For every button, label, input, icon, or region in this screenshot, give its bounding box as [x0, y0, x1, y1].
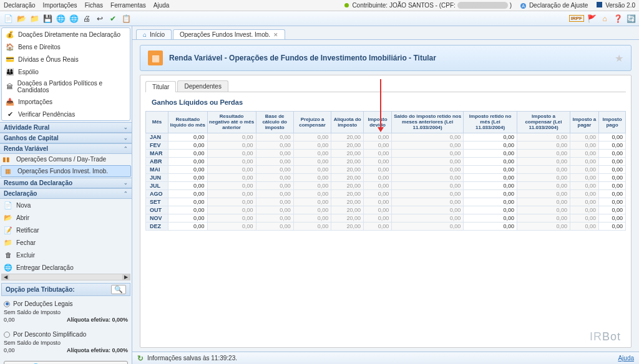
toolbar-flag-icon[interactable]: 🚩 — [586, 13, 597, 24]
favorite-icon[interactable]: ★ — [615, 52, 623, 64]
toolbar-save-icon[interactable]: 💾 — [42, 13, 53, 24]
info-icon: A — [520, 3, 526, 9]
cell-resultado[interactable]: 0,00 — [168, 198, 208, 206]
cell-pago[interactable]: 0,00 — [598, 157, 625, 165]
cell-resultado[interactable]: 0,00 — [168, 181, 208, 189]
menu-importacoes[interactable]: Importações — [43, 2, 77, 9]
cell-resultado[interactable]: 0,00 — [168, 173, 208, 181]
cell-resultado[interactable]: 0,00 — [168, 165, 208, 173]
cell-retido[interactable]: 0,00 — [464, 173, 517, 181]
table-row: JAN0,000,000,000,0020,000,000,000,000,00… — [146, 133, 626, 141]
cell-pago[interactable]: 0,00 — [598, 206, 625, 214]
cell-pago[interactable]: 0,00 — [598, 141, 625, 149]
toolbar-check-icon[interactable]: ✔ — [107, 13, 119, 24]
cell-retido[interactable]: 0,00 — [464, 189, 517, 198]
decl-icon: 📂 — [4, 213, 12, 222]
cell-resultado[interactable]: 0,00 — [168, 149, 208, 157]
scroll-right-icon[interactable]: ▶ — [122, 274, 130, 280]
cell-retido[interactable]: 0,00 — [464, 141, 517, 149]
cell-month: JAN — [146, 133, 168, 141]
menu-declaracao[interactable]: Declaração — [4, 2, 36, 9]
section-resumo[interactable]: Resumo da Declaração⌄ — [0, 178, 132, 188]
close-icon[interactable]: ✕ — [273, 32, 278, 38]
section-renda-variavel[interactable]: Renda Variável⌃ — [0, 143, 132, 154]
toolbar-restore-icon[interactable]: ↩ — [94, 13, 105, 24]
toolbar-help-icon[interactable]: ❓ — [612, 13, 623, 24]
section-ganhos[interactable]: Ganhos de Capital⌄ — [0, 133, 132, 143]
cell-resultado[interactable]: 0,00 — [168, 157, 208, 165]
cell-retido[interactable]: 0,00 — [464, 222, 517, 230]
sidebar-scrollbar[interactable]: ◀ ▶ — [1, 274, 130, 280]
ficha-item[interactable]: ✔Verificar Pendências — [2, 108, 130, 120]
menu-ferramentas[interactable]: Ferramentas — [110, 2, 146, 9]
menu-ajuda[interactable]: Ajuda — [154, 2, 170, 9]
toolbar-world2-icon[interactable]: 🌐 — [68, 13, 79, 24]
scroll-left-icon[interactable]: ◀ — [2, 274, 9, 280]
cell-retido[interactable]: 0,00 — [464, 198, 517, 206]
cell-pago[interactable]: 0,00 — [598, 214, 625, 222]
cell-retido[interactable]: 0,00 — [464, 181, 517, 189]
ficha-item[interactable]: 👨‍👩‍👦Espólio — [2, 65, 130, 78]
tab-titular[interactable]: Titular — [145, 81, 176, 92]
cell-pago[interactable]: 0,00 — [598, 181, 625, 189]
entregar-button[interactable]: 🌐 Entregar Declaração — [4, 361, 128, 364]
toolbar-world-icon[interactable]: 🌐 — [55, 13, 66, 24]
decl-item[interactable]: 📝Retificar — [0, 224, 132, 236]
decl-item[interactable]: 📂Abrir — [0, 211, 132, 224]
cell-ro: 0,00 — [570, 133, 598, 141]
help-link[interactable]: Ajuda — [618, 355, 634, 362]
cell-resultado[interactable]: 0,00 — [168, 189, 208, 198]
ficha-item[interactable]: 💳Dívidas e Ônus Reais — [2, 53, 130, 65]
nav-operacoes-fundos[interactable]: ▦ Operações Fundos Invest. Imob. — [1, 165, 131, 177]
magnifier-icon[interactable]: 🔍 — [111, 285, 126, 294]
radio-deducoes[interactable]: Por Deduções Legais — [4, 300, 128, 307]
cell-ro: 0,00 — [570, 165, 598, 173]
section-atividade-rural[interactable]: Atividade Rural⌄ — [0, 122, 132, 133]
cell-retido[interactable]: 0,00 — [464, 149, 517, 157]
ficha-item[interactable]: 🏛Doações a Partidos Políticos e Candidat… — [2, 78, 130, 95]
cell-pago[interactable]: 0,00 — [598, 173, 625, 181]
cell-month: MAR — [146, 149, 168, 157]
toolbar-print-icon[interactable]: 🖨 — [81, 13, 92, 24]
tab-dependentes[interactable]: Dependentes — [177, 80, 228, 92]
decl-item[interactable]: 📄Nova — [0, 199, 132, 211]
cell-retido[interactable]: 0,00 — [464, 165, 517, 173]
cell-retido[interactable]: 0,00 — [464, 157, 517, 165]
radio-simplificado[interactable]: Por Desconto Simplificado — [4, 331, 128, 338]
toolbar-open-icon[interactable]: 📂 — [16, 13, 27, 24]
ficha-item[interactable]: 📥Importações — [2, 95, 130, 108]
toolbar-refresh-icon[interactable]: 🔄 — [625, 13, 637, 24]
tab-inicio[interactable]: ⌂ Início — [136, 29, 172, 39]
cell-pago[interactable]: 0,00 — [598, 149, 625, 157]
cell-resultado[interactable]: 0,00 — [168, 214, 208, 222]
cell-month: JUN — [146, 173, 168, 181]
cell-resultado[interactable]: 0,00 — [168, 141, 208, 149]
cell-retido[interactable]: 0,00 — [464, 206, 517, 214]
toolbar-close-icon[interactable]: 📁 — [29, 13, 40, 24]
cell-ro: 0,00 — [207, 173, 256, 181]
cell-retido[interactable]: 0,00 — [464, 133, 517, 141]
toolbar-home-icon[interactable]: ⌂ — [599, 13, 610, 24]
ficha-item[interactable]: 💰Doações Diretamente na Declaração — [2, 28, 130, 41]
decl-item[interactable]: 🗑Excluir — [0, 249, 132, 261]
toolbar-new-icon[interactable]: 📄 — [2, 13, 14, 24]
cell-resultado[interactable]: 0,00 — [168, 206, 208, 214]
toolbar-doc-icon[interactable]: 📋 — [120, 13, 132, 24]
cell-pago[interactable]: 0,00 — [598, 198, 625, 206]
tab-operacoes-fundos[interactable]: Operações Fundos Invest. Imob. ✕ — [173, 29, 285, 39]
decl-icon: 🌐 — [4, 263, 12, 272]
section-declaracao[interactable]: Declaração⌃ — [0, 188, 132, 199]
cell-pago[interactable]: 0,00 — [598, 133, 625, 141]
cell-resultado[interactable]: 0,00 — [168, 222, 208, 230]
cell-pago[interactable]: 0,00 — [598, 222, 625, 230]
cell-resultado[interactable]: 0,00 — [168, 133, 208, 141]
menu-fichas[interactable]: Fichas — [85, 2, 103, 9]
ficha-item[interactable]: 🏠Bens e Direitos — [2, 41, 130, 53]
cell-pago[interactable]: 0,00 — [598, 165, 625, 173]
cell-pago[interactable]: 0,00 — [598, 189, 625, 198]
nav-operacoes-comuns[interactable]: ▮▮ Operações Comuns / Day-Trade — [0, 154, 132, 165]
cell-retido[interactable]: 0,00 — [464, 214, 517, 222]
decl-item[interactable]: 🌐Entregar Declaração — [0, 261, 132, 274]
decl-item[interactable]: 📁Fechar — [0, 236, 132, 249]
table-row: AGO0,000,000,000,0020,000,000,000,000,00… — [146, 189, 626, 198]
